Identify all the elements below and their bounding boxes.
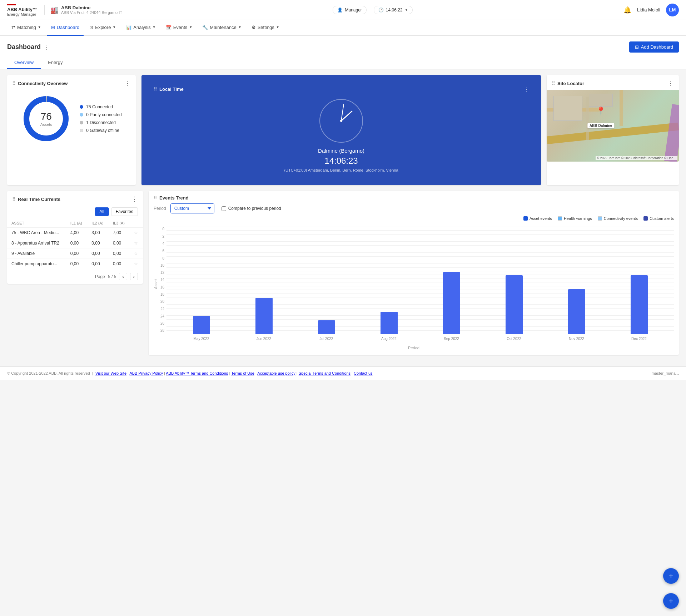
footer-link-terms-use[interactable]: Terms of Use <box>231 371 254 375</box>
footer-link-privacy[interactable]: ABB Privacy Policy <box>129 371 163 375</box>
header: ABB Ability™ Energy Manager 🏭 ABB Dalmin… <box>0 0 686 20</box>
header-left: ABB Ability™ Energy Manager 🏭 ABB Dalmin… <box>7 3 122 16</box>
connectivity-overview-card: ⠿ Connectivity Overview ⋮ 7 <box>7 75 136 185</box>
y-label: 4 <box>159 242 164 246</box>
tab-energy[interactable]: Energy <box>41 57 70 69</box>
nav-item-dashboard[interactable]: ⊞ Dashboard <box>47 20 84 36</box>
compare-label[interactable]: Compare to previous period <box>228 206 281 211</box>
x-label: Oct 2022 <box>503 337 525 341</box>
events-dropdown-icon: ▼ <box>189 25 192 29</box>
bar[interactable] <box>255 298 273 334</box>
site-address: ABB Via Friuli 4 24044 Bergamo IT <box>61 10 122 15</box>
events-trend-title: Events Trend <box>159 195 189 201</box>
filter-favorites-button[interactable]: Favorites <box>111 207 138 216</box>
settings-dropdown-icon: ▼ <box>276 25 279 29</box>
nav-item-maintenance[interactable]: 🔧 Maintenance ▼ <box>198 20 245 36</box>
nav-item-events[interactable]: 📅 Events ▼ <box>161 20 197 36</box>
bar[interactable] <box>631 275 648 334</box>
compare-checkbox[interactable] <box>222 206 226 211</box>
nav-item-explore[interactable]: ⊡ Explore ▼ <box>85 20 120 36</box>
y-label: 26 <box>159 321 164 325</box>
bar[interactable] <box>568 289 585 334</box>
row-2: ⠿ Real Time Currents ⋮ All Favorites ASS… <box>7 191 679 355</box>
logo-accent <box>7 4 16 5</box>
page-header: Dashboard ⋮ ⊞ Add Dashboard Overview Ene… <box>0 36 686 69</box>
table-row: Chiller pump apparatu... 0,00 0,00 0,00 … <box>7 259 143 269</box>
nav-item-settings[interactable]: ⚙ Settings ▼ <box>247 20 284 36</box>
star-icon[interactable]: ☆ <box>134 230 138 235</box>
footer-link-contact[interactable]: Contact us <box>354 371 373 375</box>
real-time-currents-card: ⠿ Real Time Currents ⋮ All Favorites ASS… <box>7 191 143 284</box>
site-name: ABB Dalmine <box>61 5 122 10</box>
user-avatar[interactable]: LM <box>666 4 679 16</box>
time-pill[interactable]: 🕐 14:06:22 ▼ <box>374 6 413 14</box>
site-locator-menu-icon[interactable]: ⋮ <box>667 79 674 87</box>
nav-item-matching[interactable]: ⇄ Matching ▼ <box>7 20 45 36</box>
chart-body: May 2022Jun 2022Jul 2022Aug 2022Sep 2022… <box>166 223 674 345</box>
nav-item-analysis[interactable]: 📊 Analysis ▼ <box>121 20 160 36</box>
bar[interactable] <box>193 316 210 334</box>
real-time-menu-icon[interactable]: ⋮ <box>131 195 138 203</box>
events-trend-header: ⠿ Events Trend <box>149 191 679 203</box>
bar[interactable] <box>381 312 398 334</box>
map-attribution: © 2022 TomTom © 2023 Microsoft Corporati… <box>596 156 677 160</box>
local-time-menu-icon[interactable]: ⋮ <box>524 87 529 92</box>
prev-page-button[interactable]: ‹ <box>119 273 127 280</box>
connected-dot <box>80 105 83 109</box>
site-locator-drag-icon: ⠿ <box>552 81 555 86</box>
map-background: 📍 ABB Dalmine © 2022 TomTom © 2023 Micro… <box>547 90 679 162</box>
chart-wrapper: Asset 2826242220181614121086420 May 2022… <box>154 223 674 345</box>
next-page-button[interactable]: › <box>130 273 138 280</box>
y-label: 12 <box>159 271 164 275</box>
star-icon[interactable]: ☆ <box>134 251 138 256</box>
y-label: 8 <box>159 256 164 260</box>
bar[interactable] <box>506 275 523 334</box>
bars-container <box>166 227 674 334</box>
footer-link-acceptable[interactable]: Acceptable use policy <box>257 371 295 375</box>
star-icon[interactable]: ☆ <box>134 241 138 246</box>
legend-disconnected: 1 Disconnected <box>80 120 121 125</box>
x-label: Sep 2022 <box>441 337 462 341</box>
table-header-row: ASSET IL1 (A) IL2 (A) IL3 (A) <box>7 219 143 228</box>
legend-connected: 75 Connected <box>80 104 121 109</box>
add-dashboard-button[interactable]: ⊞ Add Dashboard <box>629 41 679 53</box>
cell-il2: 0,00 <box>87 259 109 269</box>
connectivity-menu-icon[interactable]: ⋮ <box>124 79 131 87</box>
time-value: 14:06:22 <box>386 8 403 13</box>
period-select[interactable]: Custom Last 7 days Last 30 days Last 12 … <box>170 203 214 213</box>
star-icon[interactable]: ☆ <box>134 261 138 266</box>
notification-bell-icon[interactable]: 🔔 <box>623 6 631 14</box>
filter-all-button[interactable]: All <box>95 207 109 216</box>
footer-link-terms[interactable]: ABB Ability™ Terms and Conditions <box>166 371 228 375</box>
footer-link-special-terms[interactable]: Special Terms and Conditions <box>299 371 351 375</box>
chart-area: Asset 2826242220181614121086420 May 2022… <box>149 223 679 355</box>
add-dashboard-icon: ⊞ <box>635 44 639 50</box>
map-road-2 <box>620 90 623 126</box>
y-label: 6 <box>159 249 164 253</box>
local-time-title: ⠿ Local Time <box>154 87 184 92</box>
x-axis-labels: May 2022Jun 2022Jul 2022Aug 2022Sep 2022… <box>166 335 674 345</box>
disconnected-dot <box>80 121 83 124</box>
x-label: Jun 2022 <box>253 337 275 341</box>
cell-asset: Chiller pump apparatu... <box>7 259 66 269</box>
manager-pill[interactable]: 👤 Manager <box>333 6 366 14</box>
dashboard-tabs: Overview Energy <box>7 57 679 69</box>
bar[interactable] <box>318 320 335 334</box>
donut-area: 76 Assets 75 Connected 0 Partly connecte… <box>7 90 136 149</box>
tab-overview[interactable]: Overview <box>7 57 41 69</box>
partly-connected-dot <box>80 113 83 117</box>
col-il3: IL3 (A) <box>109 219 130 228</box>
legend-connectivity-events: Connectivity events <box>598 216 638 221</box>
footer-link-website[interactable]: Visit our Web Site <box>95 371 126 375</box>
events-drag-icon: ⠿ <box>154 195 157 201</box>
legend-custom-alerts: Custom alerts <box>643 216 674 221</box>
cell-il3: 0,00 <box>109 238 130 248</box>
bar[interactable] <box>443 272 460 334</box>
more-icon[interactable]: ⋮ <box>44 43 50 51</box>
events-title-row: ⠿ Events Trend <box>154 195 674 201</box>
clock-location: Dalmine (Bergamo) <box>318 148 364 154</box>
pagination: Page 5 / 5 ‹ › <box>7 269 143 284</box>
total-assets-label: Assets <box>40 122 52 127</box>
explore-icon: ⊡ <box>89 25 93 30</box>
local-time-card: ⠿ Local Time ⋮ <box>141 75 541 185</box>
